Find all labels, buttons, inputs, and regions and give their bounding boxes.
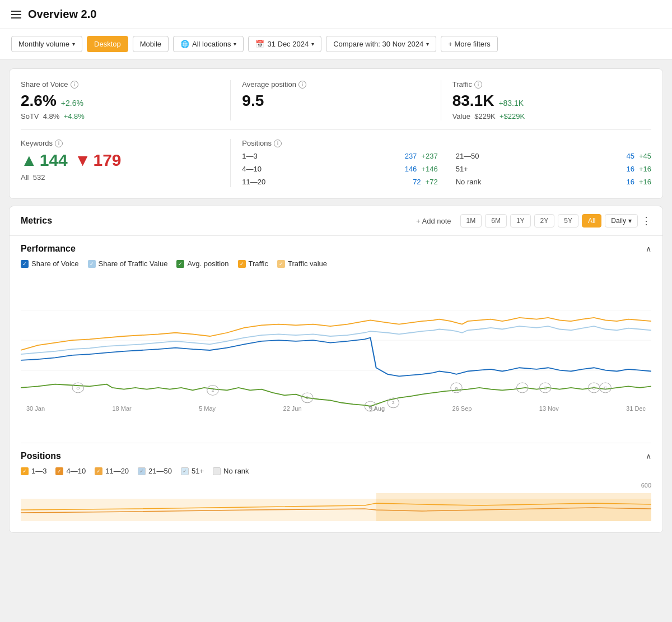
positions-collapse-button[interactable]: ∧ [646, 452, 651, 461]
pos-legend-4-10: ✓ 4—10 [55, 467, 86, 475]
daily-dropdown[interactable]: Daily ▾ [605, 214, 638, 228]
pos-legend-21-50: ✓ 21—50 [138, 467, 172, 475]
sotv-change: +4.8% [64, 112, 85, 120]
svg-text:G: G [543, 386, 547, 390]
svg-text:⊙: ⊙ [76, 386, 80, 390]
performance-chart-svg: ⊙ 2 ⊙ ⊙ 2 G G G a [21, 280, 651, 420]
sov-metric: Share of Voice i 2.6% +2.6% SoTV 4.8% +4… [21, 80, 231, 120]
svg-text:⊙: ⊙ [305, 396, 309, 400]
legend-sov: ✓ Share of Voice [21, 259, 79, 268]
pos-legend-no-rank: No rank [213, 467, 249, 475]
time-btn-1y[interactable]: 1Y [510, 214, 531, 228]
toolbar: Monthly volume ▾ Desktop Mobile 🌐 All lo… [0, 29, 672, 59]
position-row-21-50: 21—50 45 +45 [456, 151, 651, 161]
avg-pos-info-icon[interactable]: i [298, 81, 306, 89]
chevron-down-icon: ▾ [234, 41, 236, 47]
date-dropdown[interactable]: 📅 31 Dec 2024 ▾ [248, 36, 321, 52]
svg-text:a: a [455, 386, 458, 390]
time-btn-5y[interactable]: 5Y [558, 214, 578, 228]
calendar-icon: 📅 [255, 40, 264, 48]
legend-avg-pos: ✓ Avg. position [176, 259, 228, 268]
value-change: +$229K [500, 112, 525, 120]
traffic-metric: Traffic i 83.1K +83.1K Value $229K +$229… [441, 80, 651, 120]
position-row-51plus: 51+ 16 +16 [456, 164, 651, 174]
kebab-menu[interactable]: ⋮ [641, 216, 651, 226]
keywords-label: Keywords [21, 139, 53, 147]
sov-value: 2.6% [21, 92, 57, 110]
performance-collapse-button[interactable]: ∧ [646, 244, 651, 253]
avg-pos-label: Average position [242, 80, 296, 89]
avg-pos-value: 9.5 [242, 92, 264, 110]
performance-title: Performance [21, 244, 76, 254]
chevron-down-icon: ▾ [628, 217, 632, 225]
chevron-down-icon: ▾ [311, 41, 314, 47]
legend-traffic-value: ✓ Traffic value [277, 259, 327, 268]
value-amount: $229K [474, 112, 496, 120]
keywords-info-icon[interactable]: i [55, 140, 63, 147]
main-content: Share of Voice i 2.6% +2.6% SoTV 4.8% +4… [0, 59, 672, 549]
positions-legend: ✓ 1—3 ✓ 4—10 ✓ 11—20 ✓ 21—50 ✓ 51+ [21, 467, 651, 475]
positions-container: Positions ∧ ✓ 1—3 ✓ 4—10 ✓ 11—20 ✓ [10, 443, 662, 527]
svg-text:2: 2 [212, 388, 214, 393]
metrics-header: Metrics + Add note 1M 6M 1Y 2Y 5Y All Da… [10, 206, 662, 236]
sotv-label: SoTV [21, 112, 39, 120]
keywords-down-value: 179 [93, 151, 121, 170]
app-header: Overview 2.0 [0, 0, 672, 29]
positions-metric: Positions i 1—3 237 +237 21—50 [231, 139, 651, 187]
keywords-metric: Keywords i ▲ 144 ▼ 179 All 532 [21, 139, 231, 187]
sov-label: Share of Voice [21, 80, 68, 89]
sov-change: +2.6% [61, 99, 83, 108]
stats-card: Share of Voice i 2.6% +2.6% SoTV 4.8% +4… [9, 68, 663, 199]
traffic-label: Traffic [452, 80, 472, 89]
globe-icon: 🌐 [180, 40, 189, 48]
time-btn-all[interactable]: All [582, 214, 601, 228]
keywords-positions-row: Keywords i ▲ 144 ▼ 179 All 532 [21, 139, 651, 187]
positions-mini-chart-svg [21, 482, 651, 521]
positions-chart: 600 [21, 482, 651, 527]
more-filters-button[interactable]: + More filters [441, 36, 498, 52]
metrics-title: Metrics [21, 216, 52, 226]
arrow-up-icon: ▲ [21, 151, 38, 170]
position-row-1-3: 1—3 237 +237 [242, 151, 437, 161]
positions-chart-title: Positions [21, 451, 61, 461]
time-btn-2y[interactable]: 2Y [534, 214, 555, 228]
keywords-all-value: 532 [33, 173, 45, 182]
chevron-down-icon: ▾ [426, 41, 429, 47]
location-dropdown[interactable]: 🌐 All locations ▾ [173, 36, 244, 52]
svg-text:G: G [604, 386, 607, 390]
legend-traffic: ✓ Traffic [238, 259, 268, 268]
traffic-change: +83.1K [498, 99, 524, 108]
desktop-button[interactable]: Desktop [87, 36, 128, 52]
mobile-button[interactable]: Mobile [133, 36, 169, 52]
keywords-all-label: All [21, 173, 29, 182]
traffic-value: 83.1K [452, 92, 494, 110]
svg-rect-23 [376, 493, 651, 521]
app-title: Overview 2.0 [28, 8, 96, 21]
sov-info-icon[interactable]: i [71, 81, 78, 89]
position-row-11-20: 11—20 72 +72 [242, 177, 437, 187]
metrics-controls: + Add note 1M 6M 1Y 2Y 5Y All Daily ▾ ⋮ [410, 214, 651, 228]
volume-dropdown[interactable]: Monthly volume ▾ [11, 36, 82, 52]
svg-text:G: G [592, 386, 595, 390]
position-row-no-rank: No rank 16 +16 [456, 177, 651, 187]
metrics-section: Metrics + Add note 1M 6M 1Y 2Y 5Y All Da… [9, 206, 663, 533]
traffic-info-icon[interactable]: i [474, 81, 482, 89]
arrow-down-icon: ▼ [74, 151, 91, 170]
positions-info-icon[interactable]: i [274, 140, 282, 147]
legend-sotv: ✓ Share of Traffic Value [88, 259, 168, 268]
chevron-down-icon: ▾ [72, 41, 75, 47]
pos-legend-51plus: ✓ 51+ [181, 467, 204, 475]
time-btn-6m[interactable]: 6M [485, 214, 507, 228]
pos-legend-1-3: ✓ 1—3 [21, 467, 46, 475]
hamburger-icon[interactable] [11, 11, 21, 18]
time-btn-1m[interactable]: 1M [460, 214, 482, 228]
add-note-button[interactable]: + Add note [410, 215, 457, 228]
pos-legend-11-20: ✓ 11—20 [95, 467, 129, 475]
top-metrics-row: Share of Voice i 2.6% +2.6% SoTV 4.8% +4… [21, 80, 651, 120]
positions-y-label: 600 [641, 482, 651, 489]
sotv-value: 4.8% [43, 112, 60, 120]
compare-dropdown[interactable]: Compare with: 30 Nov 2024 ▾ [326, 36, 436, 52]
positions-grid: 1—3 237 +237 21—50 45 +45 [242, 151, 651, 187]
avg-pos-metric: Average position i 9.5 [231, 80, 441, 120]
performance-container: Performance ∧ ✓ Share of Voice ✓ Share o… [10, 236, 662, 443]
